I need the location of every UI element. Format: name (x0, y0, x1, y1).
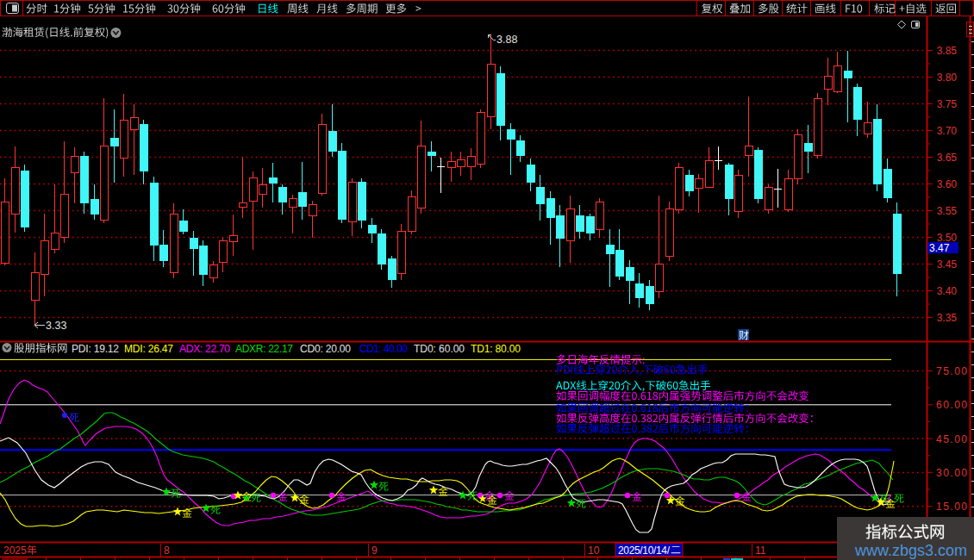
svg-text:3.55: 3.55 (937, 205, 958, 217)
svg-text:15.00: 15.00 (936, 501, 967, 513)
svg-text:8: 8 (164, 544, 170, 557)
svg-text:3.65: 3.65 (937, 152, 958, 164)
svg-text:11: 11 (755, 544, 766, 557)
svg-text:3.47: 3.47 (929, 242, 950, 254)
svg-text:3.85: 3.85 (937, 45, 958, 57)
svg-text:TD1: 80.00: TD1: 80.00 (471, 343, 521, 355)
svg-text:3.75: 3.75 (937, 98, 958, 110)
svg-text:PDI: 19.12: PDI: 19.12 (72, 343, 119, 355)
svg-text:60.00: 60.00 (936, 399, 967, 411)
svg-text:ADX: 22.70: ADX: 22.70 (179, 343, 230, 355)
svg-text:30.00: 30.00 (936, 467, 967, 479)
svg-text:CD1: 40.00: CD1: 40.00 (359, 343, 408, 355)
svg-text:3.88: 3.88 (496, 34, 517, 46)
svg-text:CD0: 20.00: CD0: 20.00 (300, 343, 351, 355)
svg-text:9: 9 (371, 544, 378, 557)
svg-text:3.40: 3.40 (937, 285, 958, 297)
svg-text:45.00: 45.00 (936, 433, 967, 445)
svg-text:www.zbgs3.com: www.zbgs3.com (854, 542, 967, 559)
svg-text:2025/10/14/: 2025/10/14/ (618, 544, 671, 557)
svg-text:3.35: 3.35 (937, 312, 958, 324)
svg-text:2025: 2025 (3, 544, 27, 557)
svg-text:75.00: 75.00 (936, 365, 967, 377)
svg-text:3.80: 3.80 (937, 72, 958, 84)
svg-text:10: 10 (588, 544, 600, 557)
svg-text:ADXR: 22.17: ADXR: 22.17 (235, 343, 293, 355)
svg-text:3.45: 3.45 (937, 258, 958, 271)
svg-text:MDI: 26.47: MDI: 26.47 (124, 343, 173, 355)
svg-text:3.70: 3.70 (937, 125, 958, 137)
svg-text:3.33: 3.33 (46, 320, 66, 332)
svg-text:TD0: 60.00: TD0: 60.00 (414, 343, 465, 355)
svg-text:3.60: 3.60 (937, 178, 958, 190)
